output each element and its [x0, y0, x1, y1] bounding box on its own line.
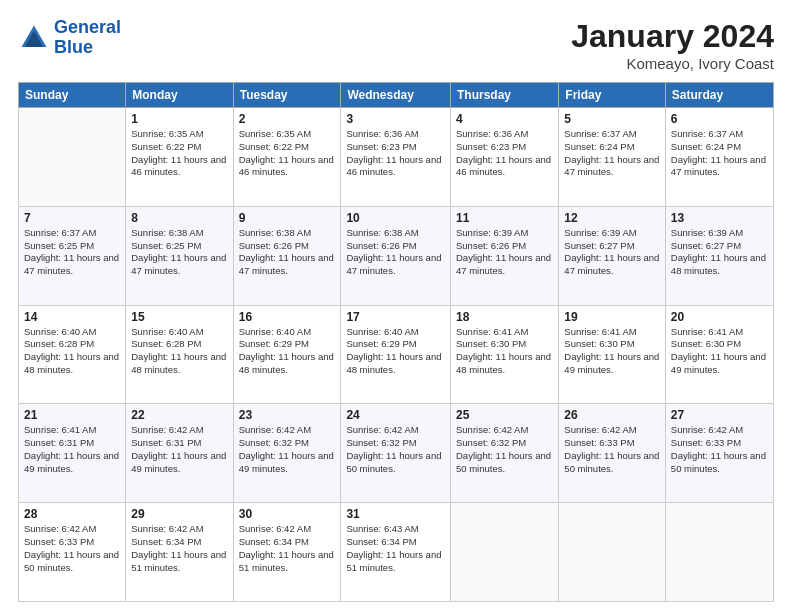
calendar-cell: 1Sunrise: 6:35 AMSunset: 6:22 PMDaylight… — [126, 108, 233, 207]
calendar-cell: 20Sunrise: 6:41 AMSunset: 6:30 PMDayligh… — [665, 305, 773, 404]
calendar-cell: 31Sunrise: 6:43 AMSunset: 6:34 PMDayligh… — [341, 503, 451, 602]
cell-info: Sunrise: 6:36 AMSunset: 6:23 PMDaylight:… — [346, 128, 445, 179]
calendar-cell: 14Sunrise: 6:40 AMSunset: 6:28 PMDayligh… — [19, 305, 126, 404]
cell-info: Sunrise: 6:35 AMSunset: 6:22 PMDaylight:… — [131, 128, 227, 179]
cell-info: Sunrise: 6:38 AMSunset: 6:25 PMDaylight:… — [131, 227, 227, 278]
calendar-cell: 9Sunrise: 6:38 AMSunset: 6:26 PMDaylight… — [233, 206, 341, 305]
calendar-cell — [665, 503, 773, 602]
calendar-cell: 13Sunrise: 6:39 AMSunset: 6:27 PMDayligh… — [665, 206, 773, 305]
cell-info: Sunrise: 6:42 AMSunset: 6:33 PMDaylight:… — [671, 424, 768, 475]
cell-info: Sunrise: 6:40 AMSunset: 6:28 PMDaylight:… — [131, 326, 227, 377]
title-block: January 2024 Komeayo, Ivory Coast — [571, 18, 774, 72]
calendar-cell: 30Sunrise: 6:42 AMSunset: 6:34 PMDayligh… — [233, 503, 341, 602]
cell-info: Sunrise: 6:42 AMSunset: 6:32 PMDaylight:… — [346, 424, 445, 475]
day-number: 7 — [24, 211, 120, 225]
calendar-cell: 29Sunrise: 6:42 AMSunset: 6:34 PMDayligh… — [126, 503, 233, 602]
calendar-cell: 22Sunrise: 6:42 AMSunset: 6:31 PMDayligh… — [126, 404, 233, 503]
cell-info: Sunrise: 6:39 AMSunset: 6:26 PMDaylight:… — [456, 227, 553, 278]
day-number: 16 — [239, 310, 336, 324]
calendar-cell: 2Sunrise: 6:35 AMSunset: 6:22 PMDaylight… — [233, 108, 341, 207]
day-number: 5 — [564, 112, 660, 126]
day-number: 29 — [131, 507, 227, 521]
cell-info: Sunrise: 6:43 AMSunset: 6:34 PMDaylight:… — [346, 523, 445, 574]
calendar-cell: 18Sunrise: 6:41 AMSunset: 6:30 PMDayligh… — [451, 305, 559, 404]
cell-info: Sunrise: 6:39 AMSunset: 6:27 PMDaylight:… — [671, 227, 768, 278]
day-number: 6 — [671, 112, 768, 126]
cell-info: Sunrise: 6:41 AMSunset: 6:30 PMDaylight:… — [564, 326, 660, 377]
cell-info: Sunrise: 6:41 AMSunset: 6:31 PMDaylight:… — [24, 424, 120, 475]
weekday-header-friday: Friday — [559, 83, 666, 108]
day-number: 9 — [239, 211, 336, 225]
day-number: 31 — [346, 507, 445, 521]
day-number: 12 — [564, 211, 660, 225]
logo: General Blue — [18, 18, 121, 58]
cell-info: Sunrise: 6:38 AMSunset: 6:26 PMDaylight:… — [346, 227, 445, 278]
calendar-cell: 3Sunrise: 6:36 AMSunset: 6:23 PMDaylight… — [341, 108, 451, 207]
calendar-cell — [19, 108, 126, 207]
cell-info: Sunrise: 6:42 AMSunset: 6:31 PMDaylight:… — [131, 424, 227, 475]
day-number: 19 — [564, 310, 660, 324]
calendar-cell: 15Sunrise: 6:40 AMSunset: 6:28 PMDayligh… — [126, 305, 233, 404]
cell-info: Sunrise: 6:38 AMSunset: 6:26 PMDaylight:… — [239, 227, 336, 278]
calendar-cell — [559, 503, 666, 602]
calendar-cell: 24Sunrise: 6:42 AMSunset: 6:32 PMDayligh… — [341, 404, 451, 503]
calendar-cell: 17Sunrise: 6:40 AMSunset: 6:29 PMDayligh… — [341, 305, 451, 404]
day-number: 28 — [24, 507, 120, 521]
day-number: 25 — [456, 408, 553, 422]
cell-info: Sunrise: 6:37 AMSunset: 6:24 PMDaylight:… — [564, 128, 660, 179]
week-row-3: 14Sunrise: 6:40 AMSunset: 6:28 PMDayligh… — [19, 305, 774, 404]
calendar-cell: 4Sunrise: 6:36 AMSunset: 6:23 PMDaylight… — [451, 108, 559, 207]
day-number: 8 — [131, 211, 227, 225]
subtitle: Komeayo, Ivory Coast — [571, 55, 774, 72]
cell-info: Sunrise: 6:41 AMSunset: 6:30 PMDaylight:… — [671, 326, 768, 377]
calendar-cell: 7Sunrise: 6:37 AMSunset: 6:25 PMDaylight… — [19, 206, 126, 305]
day-number: 26 — [564, 408, 660, 422]
logo-line1: General — [54, 17, 121, 37]
calendar-cell: 19Sunrise: 6:41 AMSunset: 6:30 PMDayligh… — [559, 305, 666, 404]
calendar-cell: 8Sunrise: 6:38 AMSunset: 6:25 PMDaylight… — [126, 206, 233, 305]
calendar-cell: 16Sunrise: 6:40 AMSunset: 6:29 PMDayligh… — [233, 305, 341, 404]
day-number: 2 — [239, 112, 336, 126]
day-number: 14 — [24, 310, 120, 324]
cell-info: Sunrise: 6:35 AMSunset: 6:22 PMDaylight:… — [239, 128, 336, 179]
cell-info: Sunrise: 6:41 AMSunset: 6:30 PMDaylight:… — [456, 326, 553, 377]
calendar-table: SundayMondayTuesdayWednesdayThursdayFrid… — [18, 82, 774, 602]
week-row-4: 21Sunrise: 6:41 AMSunset: 6:31 PMDayligh… — [19, 404, 774, 503]
calendar-cell: 23Sunrise: 6:42 AMSunset: 6:32 PMDayligh… — [233, 404, 341, 503]
week-row-2: 7Sunrise: 6:37 AMSunset: 6:25 PMDaylight… — [19, 206, 774, 305]
calendar-cell — [451, 503, 559, 602]
weekday-header-sunday: Sunday — [19, 83, 126, 108]
week-row-1: 1Sunrise: 6:35 AMSunset: 6:22 PMDaylight… — [19, 108, 774, 207]
cell-info: Sunrise: 6:42 AMSunset: 6:32 PMDaylight:… — [239, 424, 336, 475]
logo-icon — [18, 22, 50, 54]
weekday-header-saturday: Saturday — [665, 83, 773, 108]
cell-info: Sunrise: 6:37 AMSunset: 6:25 PMDaylight:… — [24, 227, 120, 278]
weekday-header-thursday: Thursday — [451, 83, 559, 108]
cell-info: Sunrise: 6:40 AMSunset: 6:29 PMDaylight:… — [239, 326, 336, 377]
calendar-cell: 25Sunrise: 6:42 AMSunset: 6:32 PMDayligh… — [451, 404, 559, 503]
day-number: 23 — [239, 408, 336, 422]
day-number: 3 — [346, 112, 445, 126]
calendar-cell: 10Sunrise: 6:38 AMSunset: 6:26 PMDayligh… — [341, 206, 451, 305]
day-number: 10 — [346, 211, 445, 225]
cell-info: Sunrise: 6:42 AMSunset: 6:32 PMDaylight:… — [456, 424, 553, 475]
day-number: 4 — [456, 112, 553, 126]
cell-info: Sunrise: 6:42 AMSunset: 6:33 PMDaylight:… — [24, 523, 120, 574]
day-number: 27 — [671, 408, 768, 422]
week-row-5: 28Sunrise: 6:42 AMSunset: 6:33 PMDayligh… — [19, 503, 774, 602]
day-number: 24 — [346, 408, 445, 422]
cell-info: Sunrise: 6:42 AMSunset: 6:34 PMDaylight:… — [131, 523, 227, 574]
calendar-cell: 21Sunrise: 6:41 AMSunset: 6:31 PMDayligh… — [19, 404, 126, 503]
weekday-header-row: SundayMondayTuesdayWednesdayThursdayFrid… — [19, 83, 774, 108]
calendar-cell: 28Sunrise: 6:42 AMSunset: 6:33 PMDayligh… — [19, 503, 126, 602]
day-number: 11 — [456, 211, 553, 225]
weekday-header-monday: Monday — [126, 83, 233, 108]
cell-info: Sunrise: 6:40 AMSunset: 6:28 PMDaylight:… — [24, 326, 120, 377]
calendar-cell: 11Sunrise: 6:39 AMSunset: 6:26 PMDayligh… — [451, 206, 559, 305]
cell-info: Sunrise: 6:39 AMSunset: 6:27 PMDaylight:… — [564, 227, 660, 278]
calendar-cell: 6Sunrise: 6:37 AMSunset: 6:24 PMDaylight… — [665, 108, 773, 207]
day-number: 15 — [131, 310, 227, 324]
calendar-cell: 5Sunrise: 6:37 AMSunset: 6:24 PMDaylight… — [559, 108, 666, 207]
calendar-cell: 26Sunrise: 6:42 AMSunset: 6:33 PMDayligh… — [559, 404, 666, 503]
day-number: 22 — [131, 408, 227, 422]
